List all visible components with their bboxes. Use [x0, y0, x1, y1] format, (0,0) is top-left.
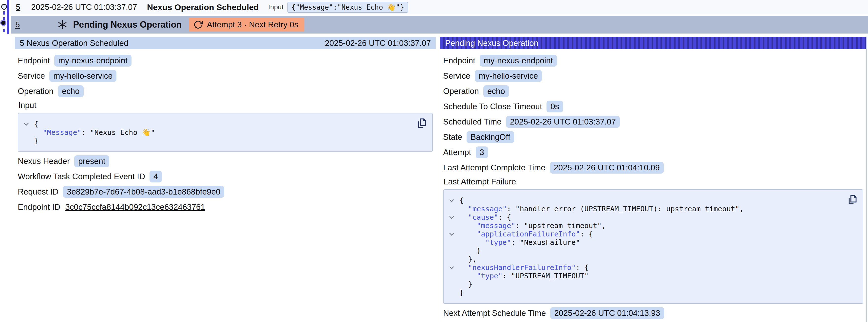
field-value-chip: 2025-02-26 UTC 01:03:37.07	[506, 116, 620, 128]
pending-panel-body: Endpointmy-nexus-endpointServicemy-hello…	[440, 49, 866, 322]
code-line: "type": "NexusFailure"	[459, 238, 841, 247]
last-attempt-failure-json-block: { "message": "handler error (UPSTREAM_TI…	[443, 189, 863, 304]
field-value-chip: 3e829b7e-7d67-4b08-aad3-b1e868bfe9e0	[63, 186, 224, 198]
code-text: {	[459, 196, 464, 205]
field-label: Workflow Task Completed Event ID	[18, 172, 145, 181]
collapse-chevron-icon[interactable]	[449, 197, 454, 202]
collapse-chevron-icon[interactable]	[24, 121, 28, 126]
field-value-link[interactable]: 3c0c75ccfa8144b092c13ce632463761	[65, 201, 206, 213]
field-last-attempt-complete-time: Last Attempt Complete Time2025-02-26 UTC…	[443, 162, 863, 173]
field-label: Nexus Header	[18, 157, 70, 166]
code-text: }	[459, 288, 464, 297]
code-text: "Message": "Nexus Echo 👋"	[34, 128, 155, 137]
code-text: }	[34, 137, 38, 145]
scheduled-panel-timestamp: 2025-02-26 UTC 01:03:37.07	[325, 38, 431, 48]
field-state: StateBackingOff	[443, 131, 863, 143]
collapse-chevron-icon[interactable]	[449, 214, 454, 219]
copy-input-button[interactable]	[416, 117, 427, 130]
field-workflow-task-completed-event-id: Workflow Task Completed Event ID4	[18, 171, 433, 183]
code-text: "nexusHandlerFailureInfo": {	[459, 263, 589, 272]
code-line: {	[34, 120, 410, 128]
code-line: },	[459, 255, 841, 263]
field-label: Attempt	[443, 148, 471, 157]
field-value-chip: 3	[476, 147, 488, 158]
code-line: "applicationFailureInfo": {	[459, 230, 841, 238]
field-value-chip: 2025-02-26 UTC 01:04:10.09	[550, 162, 664, 173]
pending-event-id-link[interactable]: 5	[15, 20, 20, 29]
event-row-nexus-operation-scheduled[interactable]: 5 2025-02-26 UTC 01:03:37.07 Nexus Opera…	[11, 0, 868, 14]
code-line: {	[459, 196, 841, 205]
scheduled-fields-bottom: Nexus HeaderpresentWorkflow Task Complet…	[18, 155, 433, 213]
event-input-preview-chip: {"Message":"Nexus Echo 👋"}	[287, 2, 408, 13]
pending-fields-top: Endpointmy-nexus-endpointServicemy-hello…	[443, 55, 863, 173]
code-text: "message": "upstream timeout",	[459, 221, 606, 230]
pending-asterisk-icon	[57, 20, 68, 30]
field-value-chip: 2025-02-26 UTC 01:04:13.93	[550, 307, 664, 319]
code-line: "Message": "Nexus Echo 👋"	[34, 128, 410, 137]
scheduled-panel-body: Endpointmy-nexus-endpointServicemy-hello…	[15, 49, 436, 322]
field-value-chip: 4	[150, 171, 162, 183]
field-label: Service	[18, 71, 45, 80]
collapse-chevron-icon[interactable]	[449, 264, 454, 269]
code-text: "message": "handler error (UPSTREAM_TIME…	[459, 205, 744, 213]
event-title: Nexus Operation Scheduled	[147, 2, 259, 12]
code-text: "cause": {	[459, 213, 511, 221]
code-line: }	[34, 137, 410, 145]
code-text: },	[459, 255, 477, 263]
pending-fields-bottom: Next Attempt Schedule Time2025-02-26 UTC…	[443, 307, 863, 319]
field-label: State	[443, 132, 462, 142]
field-label: Operation	[443, 87, 479, 96]
field-schedule-to-close-timeout: Schedule To Close Timeout0s	[443, 101, 863, 112]
timeline-pending-marker-icon	[1, 21, 5, 25]
code-line: "type": "UPSTREAM_TIMEOUT"	[459, 272, 841, 280]
field-label: Request ID	[18, 187, 59, 196]
field-label: Endpoint	[18, 56, 50, 65]
pending-title: Pending Nexus Operation	[73, 20, 182, 30]
field-label: Schedule To Close Timeout	[443, 102, 542, 111]
event-detail-panels: 5 Nexus Operation Scheduled 2025-02-26 U…	[15, 37, 867, 322]
collapse-chevron-icon[interactable]	[449, 231, 454, 235]
code-line: "message": "handler error (UPSTREAM_TIME…	[459, 205, 841, 213]
pending-panel-title: Pending Nexus Operation	[445, 38, 538, 48]
field-value-chip: 0s	[547, 101, 563, 112]
field-nexus-header: Nexus Headerpresent	[18, 155, 433, 167]
field-value-chip: echo	[483, 85, 509, 97]
code-line: }	[459, 280, 841, 288]
field-label: Last Attempt Complete Time	[443, 163, 546, 172]
field-endpoint: Endpointmy-nexus-endpoint	[18, 55, 433, 67]
code-text: }	[459, 247, 481, 255]
code-line: "cause": {	[459, 213, 841, 221]
scheduled-panel-title: 5 Nexus Operation Scheduled	[20, 38, 128, 48]
field-operation: Operationecho	[443, 85, 863, 97]
field-value-chip: my-hello-service	[475, 70, 542, 82]
field-endpoint: Endpointmy-nexus-endpoint	[443, 55, 863, 67]
retry-badge-text: Attempt 3 · Next Retry 0s	[207, 20, 298, 29]
field-value-chip: my-hello-service	[49, 70, 117, 82]
retry-icon	[193, 20, 203, 29]
code-text: }	[459, 280, 472, 288]
field-label: Endpoint	[443, 56, 475, 65]
pending-nexus-operation-row[interactable]: 5 Pending Nexus Operation Attempt 3 · Ne…	[11, 16, 868, 34]
field-attempt: Attempt3	[443, 147, 863, 158]
timeline-event-marker-icon	[1, 4, 7, 10]
input-section-label: Input	[18, 101, 433, 110]
field-service: Servicemy-hello-service	[443, 70, 863, 82]
code-text: {	[34, 120, 38, 128]
field-label: Operation	[18, 87, 54, 96]
pending-panel-header: Pending Nexus Operation	[440, 37, 866, 49]
field-label: Scheduled Time	[443, 117, 502, 127]
event-input-label: Input	[268, 3, 283, 11]
field-value-chip: my-nexus-endpoint	[54, 55, 131, 67]
code-text: "applicationFailureInfo": {	[459, 230, 593, 238]
code-line: }	[459, 288, 841, 297]
field-value-chip: my-nexus-endpoint	[479, 55, 557, 67]
copy-failure-button[interactable]	[846, 194, 858, 206]
field-service: Servicemy-hello-service	[18, 70, 433, 82]
code-line: "message": "upstream timeout",	[459, 221, 841, 230]
event-id-link[interactable]: 5	[16, 2, 20, 12]
field-label: Next Attempt Schedule Time	[443, 309, 546, 318]
field-scheduled-time: Scheduled Time2025-02-26 UTC 01:03:37.07	[443, 116, 863, 128]
input-json-block: { "Message": "Nexus Echo 👋"}	[18, 113, 433, 152]
field-value-chip: echo	[58, 85, 84, 97]
retry-status-badge: Attempt 3 · Next Retry 0s	[189, 18, 304, 32]
